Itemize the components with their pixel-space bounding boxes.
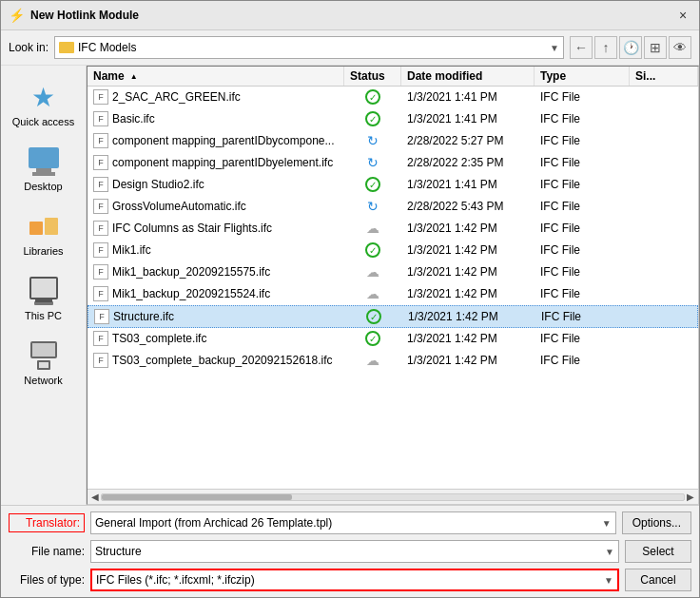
dialog: ⚡ New Hotlink Module × Look in: IFC Mode… xyxy=(0,0,700,598)
bottom-bar: Translator: General Import (from Archica… xyxy=(1,505,699,597)
status-cloud-icon: ☁ xyxy=(366,353,379,368)
toolbar-buttons: ← ↑ 🕐 ⊞ 👁 xyxy=(570,36,691,59)
translator-label: Translator: xyxy=(9,513,85,532)
preview-button[interactable]: 👁 xyxy=(669,36,691,59)
file-status-cell: ☁ xyxy=(344,351,401,370)
col-type-header[interactable]: Type xyxy=(535,67,630,86)
col-size-header[interactable]: Si... xyxy=(630,67,698,86)
table-row[interactable]: F TS03_complete.ifc ✓ 1/3/2021 1:42 PM I… xyxy=(88,328,698,350)
status-cloud-icon: ☁ xyxy=(366,221,379,236)
star-icon: ★ xyxy=(27,80,61,114)
table-row[interactable]: F Basic.ifc ✓ 1/3/2021 1:41 PM IFC File xyxy=(88,108,698,130)
sidebar-item-quick-access[interactable]: ★ Quick access xyxy=(6,73,82,134)
status-check-icon: ✓ xyxy=(365,242,380,258)
file-status-cell: ✓ xyxy=(344,329,401,348)
table-row[interactable]: F 2_SAC_ARC_GREEN.ifc ✓ 1/3/2021 1:41 PM… xyxy=(88,87,698,108)
file-icon: F xyxy=(93,177,108,192)
file-status-cell: ↻ xyxy=(344,131,401,150)
file-name-cell: F Structure.ifc xyxy=(88,307,345,326)
file-type-cell: IFC File xyxy=(535,308,631,325)
col-name-header[interactable]: Name ▲ xyxy=(88,67,344,86)
col-status-header[interactable]: Status xyxy=(344,67,401,86)
select-button[interactable]: Select xyxy=(625,540,691,563)
file-name-cell: F TS03_complete_backup_202092152618.ifc xyxy=(88,351,344,370)
file-status-cell: ✓ xyxy=(344,175,401,194)
file-size-cell xyxy=(630,226,698,230)
dialog-title-icon: ⚡ xyxy=(9,8,25,23)
file-list-body[interactable]: F 2_SAC_ARC_GREEN.ifc ✓ 1/3/2021 1:41 PM… xyxy=(88,87,698,489)
table-row[interactable]: F Mik1_backup_20209215575.ifc ☁ 1/3/2021… xyxy=(88,261,698,283)
options-button[interactable]: Options... xyxy=(622,511,691,534)
table-row[interactable]: F component mapping_parentIDbyelement.if… xyxy=(88,152,698,174)
look-in-dropdown[interactable]: IFC Models ▼ xyxy=(54,36,564,59)
sort-asc-icon: ▲ xyxy=(130,72,138,81)
file-icon: F xyxy=(93,331,108,346)
file-status-cell: ✓ xyxy=(344,87,401,106)
file-date-cell: 1/3/2021 1:42 PM xyxy=(401,352,535,369)
status-check-icon: ✓ xyxy=(365,89,380,105)
view-button[interactable]: ⊞ xyxy=(644,36,667,59)
filetype-value: IFC Files (*.ifc; *.ifcxml; *.ifczip) xyxy=(96,573,255,587)
filetype-row: Files of type: IFC Files (*.ifc; *.ifcxm… xyxy=(9,569,691,591)
scrollbar-thumb[interactable] xyxy=(102,494,292,500)
status-check-icon: ✓ xyxy=(365,177,380,192)
file-type-cell: IFC File xyxy=(535,154,630,171)
file-date-cell: 1/3/2021 1:42 PM xyxy=(401,330,535,347)
file-date-cell: 1/3/2021 1:41 PM xyxy=(401,176,535,193)
back-button[interactable]: ← xyxy=(570,36,593,59)
scroll-left-icon[interactable]: ◀ xyxy=(89,492,101,502)
sidebar-item-label: Desktop xyxy=(24,181,62,192)
up-button[interactable]: ↑ xyxy=(594,36,617,59)
sidebar: ★ Quick access Desktop xyxy=(1,66,87,505)
table-row[interactable]: F TS03_complete_backup_202092152618.ifc … xyxy=(88,350,698,372)
file-status-cell: ☁ xyxy=(344,262,401,281)
table-row[interactable]: F Structure.ifc ✓ 1/3/2021 1:42 PM IFC F… xyxy=(88,305,698,328)
table-row[interactable]: F GrossVolumeAutomatic.ifc ↻ 2/28/2022 5… xyxy=(88,196,698,218)
table-row[interactable]: F Mik1_backup_20209215524.ifc ☁ 1/3/2021… xyxy=(88,283,698,305)
file-icon: F xyxy=(93,199,108,214)
computer-icon xyxy=(27,274,61,308)
close-button[interactable]: × xyxy=(674,7,691,24)
cancel-button[interactable]: Cancel xyxy=(625,569,691,591)
status-check-icon: ✓ xyxy=(366,309,381,324)
file-name-cell: F Mik1.ifc xyxy=(88,241,344,260)
filetype-dropdown[interactable]: IFC Files (*.ifc; *.ifcxml; *.ifczip) ▼ xyxy=(90,569,619,591)
chevron-down-icon: ▼ xyxy=(604,575,613,586)
file-icon: F xyxy=(93,111,108,126)
file-type-cell: IFC File xyxy=(535,352,630,369)
file-date-cell: 2/28/2022 5:27 PM xyxy=(401,132,535,149)
sidebar-item-network[interactable]: Network xyxy=(6,332,82,393)
table-row[interactable]: F IFC Columns as Stair Flights.ifc ☁ 1/3… xyxy=(88,218,698,240)
sidebar-item-libraries[interactable]: Libraries xyxy=(6,203,82,263)
file-status-cell: ↻ xyxy=(344,197,401,216)
file-name-cell: F IFC Columns as Stair Flights.ifc xyxy=(88,219,344,238)
file-status-cell: ✓ xyxy=(344,241,401,260)
folder-icon xyxy=(59,42,74,53)
status-sync-icon: ↻ xyxy=(367,199,379,214)
table-row[interactable]: F component mapping_parentIDbycompone...… xyxy=(88,130,698,152)
sidebar-item-desktop[interactable]: Desktop xyxy=(6,138,82,199)
table-row[interactable]: F Design Studio2.ifc ✓ 1/3/2021 1:41 PM … xyxy=(88,174,698,196)
recent-button[interactable]: 🕐 xyxy=(619,36,642,59)
file-size-cell xyxy=(630,292,698,296)
col-date-header[interactable]: Date modified xyxy=(401,67,535,86)
translator-dropdown[interactable]: General Import (from Archicad 26 Templat… xyxy=(90,511,616,534)
file-type-cell: IFC File xyxy=(535,176,630,193)
file-status-cell: ↻ xyxy=(344,153,401,172)
file-size-cell xyxy=(630,248,698,252)
table-row[interactable]: F Mik1.ifc ✓ 1/3/2021 1:42 PM IFC File xyxy=(88,240,698,261)
filename-value: Structure xyxy=(95,545,142,558)
file-date-cell: 1/3/2021 1:42 PM xyxy=(401,241,535,259)
scrollbar-track[interactable] xyxy=(101,493,685,501)
file-icon: F xyxy=(93,155,108,170)
sidebar-item-this-pc[interactable]: This PC xyxy=(6,267,82,328)
sidebar-item-label: Quick access xyxy=(12,116,74,127)
horizontal-scrollbar[interactable]: ◀ ▶ xyxy=(88,489,698,504)
scroll-right-icon[interactable]: ▶ xyxy=(685,492,696,502)
file-type-cell: IFC File xyxy=(535,110,630,127)
file-date-cell: 1/3/2021 1:41 PM xyxy=(401,88,535,106)
file-type-cell: IFC File xyxy=(535,330,630,347)
file-name-cell: F TS03_complete.ifc xyxy=(88,329,344,348)
filename-input[interactable]: Structure ▼ xyxy=(90,540,619,563)
status-cloud-icon: ☁ xyxy=(366,286,379,301)
